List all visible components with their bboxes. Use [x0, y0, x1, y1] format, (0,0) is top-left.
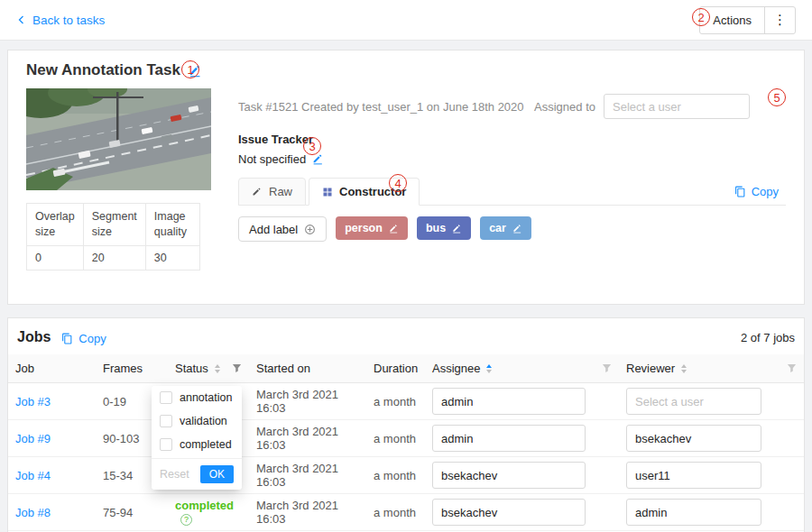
labels-copy-link[interactable]: Copy	[734, 185, 779, 198]
reviewer-input[interactable]	[626, 388, 761, 415]
col-assignee-label: Assignee	[432, 362, 480, 375]
reviewer-input[interactable]	[626, 462, 761, 489]
edit-label-icon[interactable]	[452, 224, 462, 234]
back-to-tasks-link[interactable]: Back to tasks	[16, 14, 105, 27]
edit-issue-tracker-icon[interactable]	[312, 153, 324, 165]
param-header-quality: Image quality	[145, 204, 199, 246]
copy-icon	[61, 333, 73, 344]
filter-option-completed[interactable]: completed	[152, 433, 242, 456]
actions-button[interactable]: Actions ⋮	[699, 6, 796, 34]
edit-label-icon[interactable]	[389, 224, 399, 234]
col-status[interactable]: Status	[168, 354, 249, 383]
jobs-title: Jobs	[17, 329, 51, 345]
job-link[interactable]: Job #9	[15, 432, 51, 445]
filter-reset-button[interactable]: Reset	[160, 468, 189, 481]
param-value-quality: 30	[145, 245, 199, 270]
assignee-input[interactable]	[432, 388, 586, 415]
back-to-tasks-label: Back to tasks	[32, 14, 105, 27]
task-meta-row: Task #1521 Created by test_user_1 on Jun…	[238, 94, 786, 119]
filter-ok-button[interactable]: OK	[200, 465, 234, 483]
filter-option-validation-label: validation	[180, 415, 227, 427]
job-link[interactable]: Job #8	[15, 506, 51, 519]
thumbnail-road-scene	[26, 88, 211, 190]
tab-raw[interactable]: Raw	[238, 178, 306, 206]
filter-dropdown-footer: Reset OK	[152, 458, 242, 490]
actions-button-label: Actions	[700, 7, 764, 33]
assigned-to-block: Assigned to	[534, 94, 750, 119]
annotation-circle-2: 2	[692, 8, 710, 26]
status-filter-icon[interactable]	[225, 363, 242, 373]
param-value-overlap: 0	[27, 245, 84, 270]
status-sort-icon[interactable]	[215, 364, 220, 373]
checkbox-icon[interactable]	[160, 391, 172, 404]
task-params-table: Overlap size Segment size Image quality …	[26, 203, 200, 271]
job-link[interactable]: Job #3	[15, 395, 51, 408]
label-chip-car[interactable]: car	[480, 216, 531, 240]
chevron-left-icon	[16, 14, 27, 25]
status-completed-label: completed	[175, 499, 234, 512]
assigned-to-label: Assigned to	[534, 100, 595, 114]
filter-option-validation[interactable]: validation	[152, 409, 242, 433]
assignee-input[interactable]	[432, 462, 586, 489]
jobs-table-header-row: Job Frames Status Started on Duration	[8, 354, 804, 383]
job-row-8: Job #8 75-94 completed? March 3rd 2021 1…	[8, 494, 804, 531]
task-meta-text: Task #1521 Created by test_user_1 on Jun…	[238, 100, 524, 114]
label-chip-person[interactable]: person	[336, 216, 408, 240]
more-options-icon[interactable]: ⋮	[765, 7, 795, 33]
param-header-overlap: Overlap size	[27, 204, 84, 246]
duration-cell: a month	[366, 420, 425, 457]
label-chip-bus-name: bus	[426, 222, 446, 234]
annotation-circle-4: 4	[389, 174, 407, 192]
reviewer-input[interactable]	[626, 425, 761, 452]
checkbox-icon[interactable]	[160, 415, 172, 427]
status-filter-dropdown: annotation validation completed Reset OK	[152, 386, 242, 490]
assignee-filter-icon[interactable]	[595, 363, 612, 373]
constructor-icon	[322, 187, 333, 197]
task-card: New Annotation Task	[7, 50, 805, 305]
assignee-input[interactable]	[432, 499, 586, 526]
filter-option-annotation-label: annotation	[180, 391, 232, 404]
param-header-segment: Segment size	[83, 204, 145, 246]
col-reviewer[interactable]: Reviewer	[619, 354, 804, 383]
edit-label-icon[interactable]	[512, 224, 522, 234]
job-row-4: Job #4 15-34 March 3rd 2021 16:03 a mont…	[8, 457, 804, 494]
reviewer-sort-icon[interactable]	[681, 364, 687, 373]
jobs-copy-link[interactable]: Copy	[61, 332, 106, 345]
labels-area: Add label person bus	[238, 206, 786, 242]
col-assignee[interactable]: Assignee	[425, 354, 619, 383]
annotation-circle-3: 3	[303, 137, 321, 155]
filter-option-annotation[interactable]: annotation	[152, 386, 242, 409]
label-chip-car-name: car	[489, 222, 506, 234]
labels-tabs-row: Raw Constructor Copy	[238, 178, 786, 206]
add-label-label: Add label	[249, 223, 298, 236]
jobs-card: Jobs Copy 2 of 7 jobs Job Frames	[7, 317, 805, 532]
question-circle-icon[interactable]: ?	[180, 514, 192, 526]
issue-tracker-value: Not specified	[238, 152, 306, 166]
assigned-to-input[interactable]	[604, 94, 750, 119]
job-link[interactable]: Job #4	[15, 469, 51, 482]
annotation-circle-1: 1	[181, 60, 199, 78]
plus-circle-icon	[304, 224, 316, 235]
duration-cell: a month	[366, 383, 425, 420]
col-duration: Duration	[366, 354, 425, 383]
col-reviewer-label: Reviewer	[626, 362, 675, 375]
pencil-icon	[252, 187, 263, 197]
status-cell: completed?	[168, 494, 249, 531]
copy-icon	[734, 186, 746, 197]
tab-raw-label: Raw	[269, 185, 292, 198]
reviewer-filter-icon[interactable]	[780, 363, 797, 373]
checkbox-icon[interactable]	[160, 438, 172, 451]
job-row-9: Job #9 90-103 March 3rd 2021 16:03 a mon…	[8, 420, 804, 457]
col-started: Started on	[249, 354, 366, 383]
reviewer-input[interactable]	[626, 499, 761, 526]
started-cell: March 3rd 2021 16:03	[249, 420, 366, 457]
duration-cell: a month	[366, 457, 425, 494]
assignee-input[interactable]	[432, 425, 586, 452]
label-chip-bus[interactable]: bus	[417, 216, 471, 240]
task-thumbnail	[26, 88, 211, 190]
filter-option-completed-label: completed	[180, 438, 232, 451]
col-job[interactable]: Job	[8, 354, 96, 383]
assignee-sort-icon[interactable]	[486, 364, 492, 373]
col-status-label: Status	[175, 362, 208, 375]
add-label-button[interactable]: Add label	[238, 216, 327, 242]
